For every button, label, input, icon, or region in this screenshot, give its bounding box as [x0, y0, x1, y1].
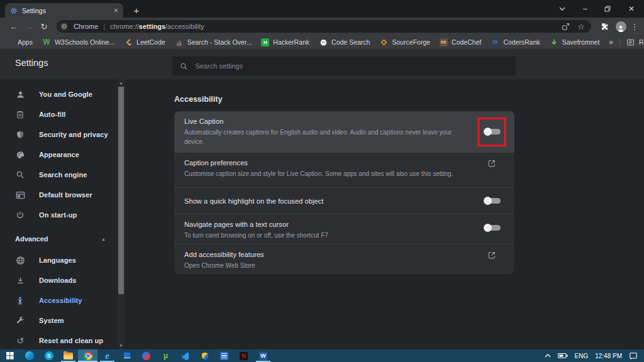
external-link-icon[interactable]: [487, 251, 496, 260]
action-center-icon[interactable]: [629, 352, 638, 360]
clock[interactable]: 12:48 PM: [595, 353, 622, 359]
bookmark-sourceforge[interactable]: SourceForge: [379, 38, 430, 47]
bookmark-hackerrank[interactable]: H HackerRank: [261, 38, 309, 47]
setting-subtitle: Automatically creates captions for Engli…: [184, 128, 470, 146]
sidebar-item-on-startup[interactable]: On start-up: [0, 205, 117, 225]
settings-gear-icon: [10, 7, 18, 14]
sidebar-label: Languages: [39, 256, 76, 264]
settings-sidebar: You and Google Auto-fill Security and pr…: [0, 79, 117, 351]
site-info-icon[interactable]: [59, 22, 69, 31]
taskbar-chrome-icon[interactable]: [78, 349, 97, 362]
system-tray: ENG 12:48 PM: [545, 352, 644, 360]
scroll-down-arrow[interactable]: ▼: [117, 342, 125, 349]
scroll-up-arrow[interactable]: ▲: [117, 79, 125, 87]
sidebar-label: Default browser: [39, 191, 92, 199]
sidebar-item-accessibility[interactable]: Accessibility: [0, 290, 117, 310]
taskbar-notes-app-icon[interactable]: [214, 349, 234, 362]
bookmark-codesearch[interactable]: Code Search: [319, 38, 370, 47]
page-title: Settings: [15, 58, 48, 68]
bookmark-codersrank[interactable]: CodersRank: [491, 38, 540, 47]
sidebar-item-languages[interactable]: Languages: [0, 250, 117, 270]
setting-row-caret-browsing[interactable]: Navigate pages with a text cursor To tur…: [174, 214, 514, 244]
sidebar-label: Downloads: [39, 277, 77, 284]
reading-list-button[interactable]: Reading list: [626, 38, 644, 47]
bookmarks-overflow-chevron[interactable]: »: [609, 38, 613, 47]
extensions-puzzle-icon[interactable]: [596, 22, 613, 31]
power-icon: [15, 210, 25, 220]
language-indicator[interactable]: ENG: [575, 353, 589, 359]
taskbar-media-app-icon[interactable]: [136, 349, 156, 362]
sidebar-item-reset-cleanup[interactable]: ↺ Reset and clean up: [0, 331, 117, 351]
forward-button[interactable]: →: [21, 22, 36, 31]
settings-search-box[interactable]: [172, 57, 516, 75]
setting-row-caption-preferences[interactable]: Caption preferences Customise caption si…: [174, 152, 514, 187]
back-button[interactable]: ←: [6, 22, 21, 31]
reading-list-label: Reading list: [639, 38, 644, 46]
red-annotation-box: [478, 118, 506, 146]
taskbar-windows-security-icon[interactable]: [195, 349, 214, 362]
hackerrank-icon: H: [261, 38, 269, 47]
taskbar-edge-icon[interactable]: [19, 349, 39, 362]
quick-highlight-toggle[interactable]: [484, 197, 501, 205]
reload-button[interactable]: ↻: [36, 22, 52, 31]
sidebar-item-search-engine[interactable]: Search engine: [0, 165, 117, 185]
setting-control: [479, 251, 504, 260]
browser-toolbar: ← → ↻ Chrome | chrome://settings/accessi…: [0, 18, 644, 35]
taskbar-skype-icon[interactable]: S: [39, 349, 58, 362]
minimize-button[interactable]: –: [574, 0, 596, 18]
bookmark-codechef[interactable]: CC CodeChef: [440, 38, 481, 47]
taskbar-netflix-icon[interactable]: N: [234, 349, 253, 362]
sidebar-item-default-browser[interactable]: Default browser: [0, 185, 117, 205]
desktop-screen: Settings × + – ✕ ← → ↻ Chrome | chrome:/…: [0, 0, 644, 362]
setting-row-quick-highlight[interactable]: Show a quick highlight on the focused ob…: [174, 187, 514, 214]
sidebar-label: Appearance: [39, 151, 79, 158]
setting-subtitle: Customise caption size and style for Liv…: [184, 169, 470, 178]
omnibox-actions: ☆: [562, 22, 585, 31]
battery-icon[interactable]: [558, 353, 568, 359]
tab-search-chevron-icon[interactable]: [551, 0, 574, 18]
sidebar-item-appearance[interactable]: Appearance: [0, 145, 117, 165]
setting-row-add-accessibility-features[interactable]: Add accessibility features Open Chrome W…: [174, 244, 514, 275]
browser-tab-settings[interactable]: Settings ×: [5, 3, 123, 18]
taskbar-pc-icon[interactable]: [117, 349, 136, 362]
taskbar-word-icon[interactable]: W: [253, 349, 273, 362]
sidebar-advanced-toggle[interactable]: Advanced ▲: [0, 228, 117, 250]
restore-button[interactable]: [596, 0, 619, 18]
bookmark-leetcode[interactable]: LeetCode: [124, 38, 165, 47]
bookmark-w3schools[interactable]: W W3Schools Online...: [42, 38, 114, 47]
start-button[interactable]: [0, 349, 19, 362]
sidebar-item-security-privacy[interactable]: Security and privacy: [0, 124, 117, 145]
profile-avatar[interactable]: [613, 21, 629, 32]
new-tab-button[interactable]: +: [128, 3, 145, 18]
tab-close-icon[interactable]: ×: [114, 7, 118, 14]
settings-search-input[interactable]: [195, 62, 508, 70]
address-bar[interactable]: Chrome | chrome://settings/accessibility…: [57, 20, 591, 33]
setting-text: Live Caption Automatically creates capti…: [184, 118, 479, 146]
bookmark-label: Apps: [18, 38, 33, 46]
setting-row-live-caption[interactable]: Live Caption Automatically creates capti…: [174, 111, 514, 152]
tray-chevron-up-icon[interactable]: [545, 354, 551, 358]
taskbar-utorrent-icon[interactable]: µ: [156, 349, 175, 362]
bookmark-apps[interactable]: Apps: [5, 38, 33, 47]
sidebar-item-downloads[interactable]: Downloads: [0, 270, 117, 290]
sidebar-scrollbar[interactable]: ▲ ▼: [117, 79, 125, 349]
share-icon[interactable]: [562, 23, 570, 31]
bookmark-savefromnet[interactable]: Savefromnet: [550, 38, 600, 47]
bookmark-stackoverflow[interactable]: Search - Stack Over...: [175, 38, 252, 47]
browser-menu-icon[interactable]: ⋮: [629, 22, 640, 31]
settings-header: Settings: [0, 49, 644, 79]
url-separator: |: [103, 23, 105, 30]
taskbar-internet-explorer-icon[interactable]: e: [97, 349, 117, 362]
taskbar-vscode-icon[interactable]: [175, 349, 195, 362]
close-window-button[interactable]: ✕: [619, 0, 644, 18]
bookmark-label: CodersRank: [503, 38, 540, 46]
leetcode-icon: [124, 38, 133, 47]
sidebar-item-autofill[interactable]: Auto-fill: [0, 104, 117, 124]
sidebar-item-system[interactable]: System: [0, 310, 117, 331]
taskbar-file-explorer-icon[interactable]: [58, 349, 78, 362]
scrollbar-thumb[interactable]: [118, 87, 124, 294]
external-link-icon[interactable]: [487, 159, 496, 168]
bookmark-star-icon[interactable]: ☆: [577, 22, 585, 31]
caret-browsing-toggle[interactable]: [484, 224, 501, 232]
sidebar-item-you-and-google[interactable]: You and Google: [0, 84, 117, 104]
